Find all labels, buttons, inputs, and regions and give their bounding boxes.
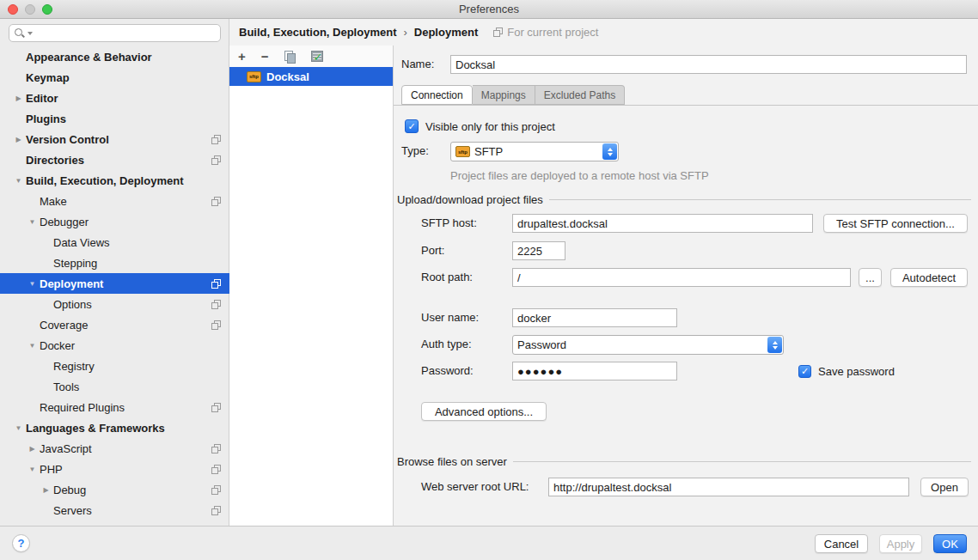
- chevron-down-icon[interactable]: ▼: [25, 466, 40, 473]
- sidebar-item-data-views[interactable]: Data Views: [0, 232, 229, 253]
- remove-icon[interactable]: −: [261, 50, 269, 63]
- sidebar-item-label: Version Control: [26, 133, 109, 146]
- chevron-down-icon[interactable]: ▼: [25, 218, 40, 226]
- port-input[interactable]: [512, 241, 565, 260]
- for-current-project-icon: [493, 27, 503, 37]
- close-window-button[interactable]: [8, 4, 18, 15]
- sidebar-item-docker[interactable]: ▼Docker: [0, 335, 229, 356]
- copy-icon[interactable]: [284, 51, 296, 63]
- web-root-input[interactable]: [548, 478, 909, 496]
- auth-type-select-value: Password: [517, 338, 762, 351]
- save-password-checkbox[interactable]: [798, 365, 811, 378]
- sidebar-item-tools[interactable]: Tools: [0, 376, 229, 397]
- user-name-label: User name:: [421, 308, 479, 327]
- chevron-right-icon[interactable]: ▶: [11, 136, 26, 143]
- sidebar-item-deployment[interactable]: ▼Deployment: [0, 273, 229, 294]
- breadcrumb-parent[interactable]: Build, Execution, Deployment: [239, 26, 396, 39]
- window-title: Preferences: [0, 3, 978, 15]
- tab-connection[interactable]: Connection: [401, 85, 473, 105]
- browse-section-title: Browse files on server: [397, 455, 507, 468]
- section-divider: [513, 461, 971, 462]
- sidebar-item-label: Tools: [53, 380, 79, 393]
- for-current-project-icon: [211, 197, 221, 206]
- sidebar-item-make[interactable]: Make: [0, 191, 229, 211]
- chevron-down-icon[interactable]: ▼: [11, 177, 26, 185]
- sidebar-item-debug[interactable]: ▶Debug: [0, 479, 229, 500]
- sidebar-item-keymap[interactable]: Keymap: [0, 67, 229, 88]
- sidebar-item-options[interactable]: Options: [0, 294, 229, 314]
- use-as-default-icon[interactable]: [311, 51, 323, 62]
- main-area: Appearance & BehaviorKeymap▶EditorPlugin…: [0, 19, 978, 526]
- ok-button[interactable]: OK: [933, 534, 967, 553]
- chevron-right-icon[interactable]: ▶: [25, 445, 40, 453]
- help-icon[interactable]: ?: [12, 534, 30, 552]
- visible-only-label: Visible only for this project: [425, 120, 555, 133]
- sidebar-item-coverage[interactable]: Coverage: [0, 314, 229, 335]
- for-current-project-icon: [211, 403, 221, 412]
- chevron-right-icon[interactable]: ▶: [11, 94, 26, 102]
- server-name: Docksal: [266, 70, 309, 83]
- sidebar-item-required-plugins[interactable]: Required Plugins: [0, 397, 229, 417]
- sidebar-item-label: Deployment: [40, 277, 103, 290]
- autodetect-button[interactable]: Autodetect: [890, 268, 968, 287]
- root-path-input[interactable]: [512, 268, 851, 287]
- name-input[interactable]: [450, 55, 967, 74]
- search-icon: [14, 27, 26, 40]
- sidebar-item-debugger[interactable]: ▼Debugger: [0, 211, 229, 232]
- upload-section-header: Upload/download project files: [397, 193, 971, 206]
- search-input[interactable]: [36, 27, 216, 40]
- sidebar-item-label: Required Plugins: [40, 401, 125, 414]
- advanced-options-button[interactable]: Advanced options...: [421, 402, 547, 421]
- sidebar-item-servers[interactable]: Servers: [0, 500, 229, 520]
- sftp-host-input[interactable]: [512, 214, 813, 233]
- search-options-caret-icon[interactable]: [28, 32, 33, 35]
- minimize-window-button[interactable]: [25, 4, 35, 15]
- open-button[interactable]: Open: [920, 478, 969, 496]
- tab-mappings[interactable]: Mappings: [473, 85, 535, 105]
- chevron-down-icon[interactable]: ▼: [25, 280, 40, 288]
- auth-type-select[interactable]: Password: [512, 335, 784, 355]
- sidebar-item-label: Plugins: [26, 113, 66, 125]
- sidebar-item-label: Make: [40, 195, 67, 208]
- apply-button[interactable]: Apply: [879, 534, 922, 553]
- sidebar-item-directories[interactable]: Directories: [0, 149, 229, 170]
- sidebar-item-label: JavaScript: [40, 442, 92, 455]
- chevron-down-icon[interactable]: ▼: [25, 342, 40, 350]
- tab-excluded-paths[interactable]: Excluded Paths: [535, 85, 625, 105]
- sidebar-item-registry[interactable]: Registry: [0, 356, 229, 376]
- settings-search-box[interactable]: [9, 24, 221, 42]
- tab-bar: ConnectionMappingsExcluded Paths: [394, 85, 978, 106]
- test-sftp-connection-button[interactable]: Test SFTP connection...: [823, 214, 968, 233]
- chevron-right-icon[interactable]: ▶: [39, 486, 53, 494]
- visible-only-row: Visible only for this project: [405, 119, 555, 134]
- sidebar-item-languages-frameworks[interactable]: ▼Languages & Frameworks: [0, 417, 229, 438]
- sidebar-item-version-control[interactable]: ▶Version Control: [0, 129, 229, 149]
- add-icon[interactable]: +: [238, 50, 246, 63]
- password-input[interactable]: [512, 362, 677, 380]
- visible-only-checkbox[interactable]: [405, 119, 419, 133]
- sidebar-item-build-execution-deployment[interactable]: ▼Build, Execution, Deployment: [0, 170, 229, 191]
- sidebar-item-label: Keymap: [26, 71, 70, 84]
- zoom-window-button[interactable]: [42, 4, 52, 15]
- sidebar-item-appearance-behavior[interactable]: Appearance & Behavior: [0, 46, 229, 67]
- type-helper-text: Project files are deployed to a remote h…: [450, 169, 709, 182]
- stepper-icon: [602, 143, 617, 160]
- type-select[interactable]: sftp SFTP: [450, 142, 619, 161]
- sidebar-item-php[interactable]: ▼PHP: [0, 459, 229, 479]
- sidebar-item-editor[interactable]: ▶Editor: [0, 88, 229, 108]
- cancel-button[interactable]: Cancel: [815, 534, 868, 553]
- sidebar-item-label: PHP: [40, 463, 63, 476]
- sidebar-item-stepping[interactable]: Stepping: [0, 253, 229, 273]
- upload-section-title: Upload/download project files: [397, 193, 543, 206]
- for-current-project-icon: [211, 320, 221, 330]
- sidebar-item-plugins[interactable]: Plugins: [0, 108, 229, 129]
- chevron-down-icon[interactable]: ▼: [11, 424, 26, 432]
- server-list-item-docksal[interactable]: sftpDocksal: [229, 67, 393, 86]
- window-controls: [8, 4, 52, 15]
- user-name-input[interactable]: [512, 308, 677, 327]
- browse-root-path-button[interactable]: ...: [859, 268, 882, 287]
- sidebar-item-label: Debug: [53, 484, 86, 496]
- sidebar-item-javascript[interactable]: ▶JavaScript: [0, 438, 229, 459]
- section-divider: [549, 199, 971, 200]
- server-list: sftpDocksal: [229, 67, 393, 86]
